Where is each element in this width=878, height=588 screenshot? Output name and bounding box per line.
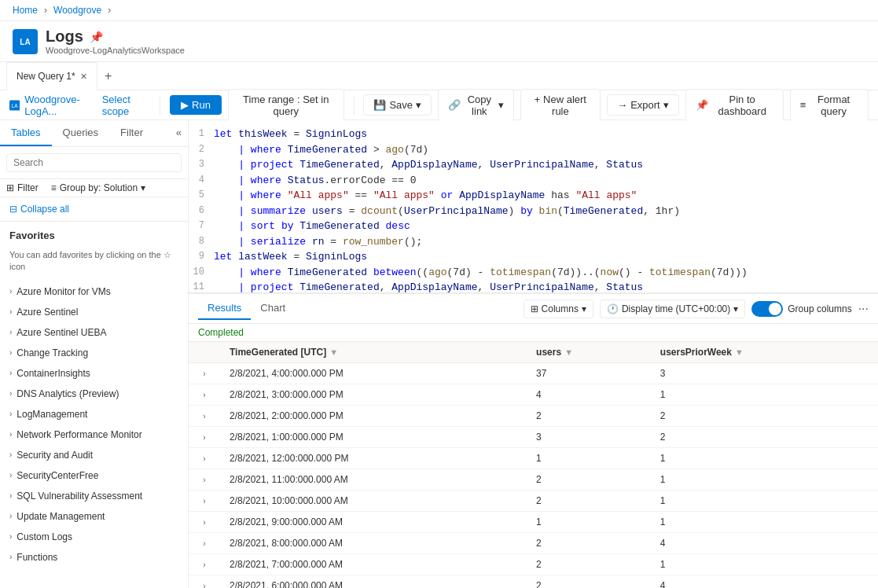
time-filter-icon[interactable]: ▼	[329, 347, 338, 357]
row-expand-btn[interactable]: ›	[198, 367, 211, 380]
expand-cell: ›	[189, 575, 220, 589]
row-expand-btn[interactable]: ›	[198, 579, 211, 588]
search-input[interactable]	[6, 153, 182, 172]
table-row[interactable]: › 2/8/2021, 6:00:000.000 AM 2 4	[189, 575, 878, 589]
workspace-name[interactable]: Woodgrove-LogA...	[24, 94, 97, 117]
row-expand-btn[interactable]: ›	[198, 452, 211, 465]
table-row[interactable]: › 2/8/2021, 2:00:000.000 PM 2 2	[189, 406, 878, 427]
sidebar-item[interactable]: ›Functions	[0, 547, 188, 568]
sidebar-item[interactable]: ›Custom Logs	[0, 527, 188, 547]
row-expand-btn[interactable]: ›	[198, 494, 211, 507]
table-row[interactable]: › 2/8/2021, 10:00:000.000 AM 2 1	[189, 491, 878, 512]
users-filter-icon[interactable]: ▼	[564, 347, 573, 357]
query-editor[interactable]: 1 let thisWeek = SigninLogs 2 | where Ti…	[189, 120, 878, 293]
sidebar-item[interactable]: ›SecurityCenterFree	[0, 465, 188, 486]
sidebar-item[interactable]: ›Update Management	[0, 506, 188, 527]
editor-line-11: 11 | project TimeGenerated, AppDisplayNa…	[189, 280, 878, 293]
export-icon: →	[617, 99, 627, 111]
sidebar-tab-queries[interactable]: Queries	[52, 120, 110, 146]
format-icon: ≡	[800, 99, 806, 111]
group-by-button[interactable]: ≡ Group by: Solution ▾	[51, 182, 145, 193]
columns-chevron: ▾	[582, 303, 586, 314]
sidebar-filter-bar: ⊞ Filter ≡ Group by: Solution ▾	[0, 179, 188, 197]
sidebar-item[interactable]: ›ContainerInsights	[0, 363, 188, 384]
new-alert-button[interactable]: + New alert rule	[520, 89, 601, 122]
run-button[interactable]: ▶ Run	[170, 95, 222, 115]
toolbar-sep1	[160, 96, 160, 115]
sidebar-collapse-btn[interactable]: «	[170, 120, 188, 146]
table-row[interactable]: › 2/8/2021, 11:00:000.000 AM 2 1	[189, 469, 878, 491]
pin-icon[interactable]: 📌	[90, 31, 103, 43]
format-label: Format query	[809, 94, 858, 117]
table-row[interactable]: › 2/8/2021, 8:00:000.000 AM 2 4	[189, 533, 878, 554]
cell-prior: 4	[651, 533, 878, 554]
display-time-button[interactable]: 🕐 Display time (UTC+00:00) ▾	[600, 300, 745, 318]
row-expand-btn[interactable]: ›	[198, 410, 211, 422]
sidebar-item[interactable]: ›DNS Analytics (Preview)	[0, 384, 188, 404]
table-row[interactable]: › 2/8/2021, 7:00:000.000 AM 2 1	[189, 554, 878, 575]
results-tab-results[interactable]: Results	[198, 297, 251, 320]
app-subtitle: Woodgrove-LogAnalyticsWorkspace	[46, 46, 185, 55]
tab-query1[interactable]: New Query 1* ✕	[6, 62, 97, 90]
sidebar-item[interactable]: ›LogManagement	[0, 404, 188, 424]
tab-add-button[interactable]: +	[97, 65, 119, 87]
col-time-generated: TimeGenerated [UTC] ▼	[220, 342, 527, 363]
cell-users: 2	[527, 491, 651, 512]
save-button[interactable]: 💾 Save ▾	[363, 94, 432, 116]
workspace-selector: LA Woodgrove-LogA... Select scope	[9, 94, 150, 117]
table-row[interactable]: › 2/8/2021, 12:00:000.000 PM 1 1	[189, 448, 878, 469]
prior-filter-icon[interactable]: ▼	[735, 347, 744, 357]
sidebar-tab-filter[interactable]: Filter	[109, 120, 154, 146]
select-scope-btn[interactable]: Select scope	[102, 94, 151, 117]
app-title-block: Logs 📌 Woodgrove-LogAnalyticsWorkspace	[46, 28, 185, 55]
columns-button[interactable]: ⊞ Columns ▾	[523, 300, 593, 318]
sidebar-item[interactable]: ›Change Tracking	[0, 343, 188, 363]
more-button[interactable]: ···	[858, 302, 869, 316]
sidebar-content: Favorites You can add favorites by click…	[0, 222, 188, 588]
cell-time: 2/8/2021, 3:00:000.000 PM	[220, 384, 527, 406]
sidebar-item[interactable]: ›Network Performance Monitor	[0, 424, 188, 445]
export-button[interactable]: → Export ▾	[607, 94, 679, 116]
sidebar-item[interactable]: ›Azure Monitor for VMs	[0, 281, 188, 302]
filter-button[interactable]: ⊞ Filter	[6, 182, 39, 193]
cell-users: 2	[527, 533, 651, 554]
row-expand-btn[interactable]: ›	[198, 473, 211, 486]
group-columns-toggle: Group columns	[751, 301, 851, 317]
table-row[interactable]: › 2/8/2021, 3:00:000.000 PM 4 1	[189, 384, 878, 406]
table-row[interactable]: › 2/8/2021, 9:00:000.000 AM 1 1	[189, 512, 878, 533]
format-query-button[interactable]: ≡ Format query	[790, 89, 869, 122]
editor-line-7: 7 | sort by TimeGenerated desc	[189, 219, 878, 234]
time-range-button[interactable]: Time range : Set in query	[228, 89, 344, 122]
table-row[interactable]: › 2/8/2021, 4:00:000.000 PM 37 3	[189, 363, 878, 384]
sidebar-item[interactable]: ›SQL Vulnerability Assessment	[0, 486, 188, 506]
row-expand-btn[interactable]: ›	[198, 388, 211, 401]
cell-prior: 2	[651, 427, 878, 448]
cell-users: 37	[527, 363, 651, 384]
row-expand-btn[interactable]: ›	[198, 431, 211, 443]
sidebar-item[interactable]: ›Azure Sentinel	[0, 302, 188, 322]
results-tab-chart[interactable]: Chart	[251, 297, 295, 320]
sidebar-item[interactable]: ›Azure Sentinel UEBA	[0, 322, 188, 343]
pin-dashboard-button[interactable]: 📌 Pin to dashboard	[685, 89, 784, 122]
sidebar-tab-tables[interactable]: Tables	[0, 120, 52, 146]
col-users: users ▼	[527, 342, 651, 363]
toggle-switch[interactable]	[751, 301, 783, 317]
cell-prior: 1	[651, 491, 878, 512]
group-by-icon: ≡	[51, 182, 57, 193]
sidebar-item[interactable]: ›Security and Audit	[0, 445, 188, 465]
collapse-all-btn[interactable]: ⊟ Collapse all	[0, 197, 188, 222]
editor-line-5: 5 | where "All apps" == "All apps" or Ap…	[189, 188, 878, 204]
breadcrumb-home[interactable]: Home	[13, 5, 38, 16]
breadcrumb-workspace[interactable]: Woodgrove	[53, 5, 101, 16]
table-row[interactable]: › 2/8/2021, 1:00:000.000 PM 3 2	[189, 427, 878, 448]
cell-time: 2/8/2021, 10:00:000.000 AM	[220, 491, 527, 512]
cell-prior: 4	[651, 575, 878, 589]
app-icon-text: LA	[14, 30, 36, 53]
copy-link-button[interactable]: 🔗 Copy link ▾	[438, 89, 514, 122]
row-expand-btn[interactable]: ›	[198, 558, 211, 571]
row-expand-btn[interactable]: ›	[198, 516, 211, 528]
tab-close-icon[interactable]: ✕	[80, 72, 87, 82]
sidebar-item-arrow: ›	[9, 491, 12, 500]
row-expand-btn[interactable]: ›	[198, 537, 211, 549]
app-header: LA Logs 📌 Woodgrove-LogAnalyticsWorkspac…	[0, 21, 878, 62]
